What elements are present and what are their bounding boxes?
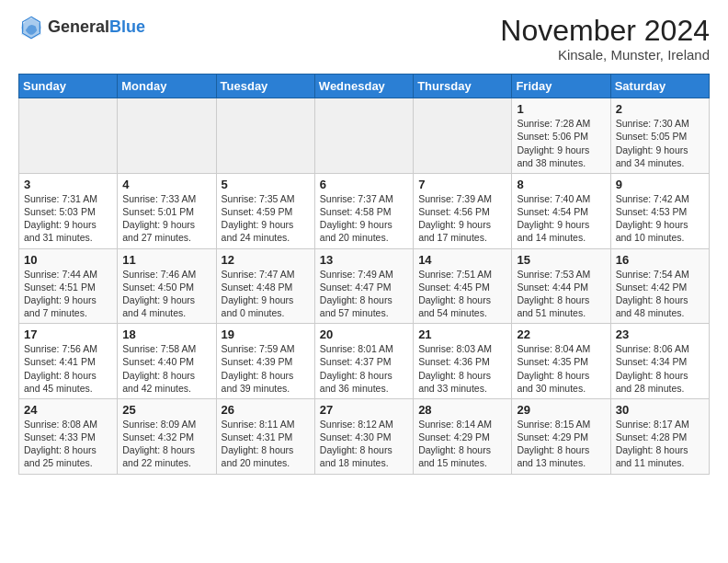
day-number: 29 — [517, 403, 605, 417]
day-info: Sunrise: 8:04 AMSunset: 4:35 PMDaylight:… — [517, 342, 605, 395]
day-number: 23 — [616, 327, 704, 341]
table-row: 1Sunrise: 7:28 AMSunset: 5:06 PMDaylight… — [512, 98, 610, 174]
day-number: 9 — [616, 178, 704, 191]
table-row: 23Sunrise: 8:06 AMSunset: 4:34 PMDayligh… — [610, 324, 709, 399]
col-saturday: Saturday — [610, 75, 709, 98]
day-info: Sunrise: 7:47 AMSunset: 4:48 PMDaylight:… — [222, 268, 310, 320]
location-title: Kinsale, Munster, Ireland — [500, 47, 710, 63]
generalblue-icon — [18, 15, 44, 40]
table-row: 18Sunrise: 7:58 AMSunset: 4:40 PMDayligh… — [118, 324, 216, 399]
day-number: 2 — [616, 102, 704, 116]
day-info: Sunrise: 8:12 AMSunset: 4:30 PMDaylight:… — [320, 418, 408, 470]
table-row: 17Sunrise: 7:56 AMSunset: 4:41 PMDayligh… — [19, 324, 118, 399]
day-number: 30 — [616, 403, 704, 417]
table-row: 26Sunrise: 8:11 AMSunset: 4:31 PMDayligh… — [216, 398, 314, 474]
col-monday: Monday — [118, 75, 216, 98]
day-info: Sunrise: 7:46 AMSunset: 4:50 PMDaylight:… — [122, 268, 210, 320]
day-info: Sunrise: 8:11 AMSunset: 4:31 PMDaylight:… — [222, 418, 310, 470]
day-info: Sunrise: 8:03 AMSunset: 4:36 PMDaylight:… — [418, 342, 506, 395]
day-number: 10 — [24, 253, 112, 267]
calendar-week-row: 10Sunrise: 7:44 AMSunset: 4:51 PMDayligh… — [19, 248, 710, 324]
day-number: 11 — [122, 253, 210, 267]
table-row: 22Sunrise: 8:04 AMSunset: 4:35 PMDayligh… — [512, 324, 610, 399]
day-number: 26 — [222, 403, 310, 417]
day-info: Sunrise: 7:51 AMSunset: 4:45 PMDaylight:… — [418, 268, 506, 320]
day-number: 8 — [517, 178, 605, 191]
table-row — [118, 98, 216, 174]
day-number: 13 — [320, 253, 408, 267]
day-info: Sunrise: 7:42 AMSunset: 4:53 PMDaylight:… — [616, 192, 704, 245]
table-row: 3Sunrise: 7:31 AMSunset: 5:03 PMDaylight… — [19, 173, 118, 248]
day-info: Sunrise: 8:06 AMSunset: 4:34 PMDaylight:… — [616, 342, 704, 395]
day-number: 12 — [222, 253, 310, 267]
day-info: Sunrise: 7:44 AMSunset: 4:51 PMDaylight:… — [24, 268, 112, 320]
col-sunday: Sunday — [19, 75, 118, 98]
table-row: 20Sunrise: 8:01 AMSunset: 4:37 PMDayligh… — [314, 324, 413, 399]
day-number: 3 — [24, 178, 112, 191]
day-number: 18 — [122, 327, 210, 341]
day-info: Sunrise: 7:49 AMSunset: 4:47 PMDaylight:… — [320, 268, 408, 320]
calendar-week-row: 3Sunrise: 7:31 AMSunset: 5:03 PMDaylight… — [19, 173, 710, 248]
table-row: 8Sunrise: 7:40 AMSunset: 4:54 PMDaylight… — [512, 173, 610, 248]
col-friday: Friday — [512, 75, 610, 98]
day-info: Sunrise: 7:40 AMSunset: 4:54 PMDaylight:… — [517, 192, 605, 245]
day-number: 5 — [222, 178, 310, 191]
table-row: 16Sunrise: 7:54 AMSunset: 4:42 PMDayligh… — [610, 248, 709, 324]
day-number: 20 — [320, 327, 408, 341]
day-number: 21 — [418, 327, 506, 341]
day-info: Sunrise: 7:28 AMSunset: 5:06 PMDaylight:… — [517, 117, 605, 169]
day-info: Sunrise: 7:37 AMSunset: 4:58 PMDaylight:… — [320, 192, 408, 245]
day-info: Sunrise: 7:35 AMSunset: 4:59 PMDaylight:… — [222, 192, 310, 245]
day-number: 7 — [418, 178, 506, 191]
day-info: Sunrise: 7:39 AMSunset: 4:56 PMDaylight:… — [418, 192, 506, 245]
table-row — [414, 98, 512, 174]
day-number: 4 — [122, 178, 210, 191]
table-row: 2Sunrise: 7:30 AMSunset: 5:05 PMDaylight… — [610, 98, 709, 174]
day-info: Sunrise: 8:14 AMSunset: 4:29 PMDaylight:… — [418, 418, 506, 470]
day-info: Sunrise: 7:59 AMSunset: 4:39 PMDaylight:… — [222, 342, 310, 395]
day-info: Sunrise: 7:53 AMSunset: 4:44 PMDaylight:… — [517, 268, 605, 320]
day-info: Sunrise: 8:08 AMSunset: 4:33 PMDaylight:… — [24, 418, 112, 470]
day-number: 15 — [517, 253, 605, 267]
table-row: 14Sunrise: 7:51 AMSunset: 4:45 PMDayligh… — [414, 248, 512, 324]
day-info: Sunrise: 7:58 AMSunset: 4:40 PMDaylight:… — [122, 342, 210, 395]
day-number: 16 — [616, 253, 704, 267]
table-row: 9Sunrise: 7:42 AMSunset: 4:53 PMDaylight… — [610, 173, 709, 248]
col-tuesday: Tuesday — [216, 75, 314, 98]
calendar-week-row: 24Sunrise: 8:08 AMSunset: 4:33 PMDayligh… — [19, 398, 710, 474]
day-number: 1 — [517, 102, 605, 116]
day-info: Sunrise: 7:56 AMSunset: 4:41 PMDaylight:… — [24, 342, 112, 395]
day-number: 24 — [24, 403, 112, 417]
calendar-table: Sunday Monday Tuesday Wednesday Thursday… — [18, 74, 710, 474]
logo-general: General — [48, 17, 109, 36]
table-row: 28Sunrise: 8:14 AMSunset: 4:29 PMDayligh… — [414, 398, 512, 474]
day-info: Sunrise: 8:15 AMSunset: 4:29 PMDaylight:… — [517, 418, 605, 470]
day-number: 17 — [24, 327, 112, 341]
day-number: 19 — [222, 327, 310, 341]
day-number: 22 — [517, 327, 605, 341]
title-block: November 2024 Kinsale, Munster, Ireland — [500, 15, 710, 63]
table-row — [314, 98, 413, 174]
col-thursday: Thursday — [414, 75, 512, 98]
day-info: Sunrise: 8:17 AMSunset: 4:28 PMDaylight:… — [616, 418, 704, 470]
month-title: November 2024 — [500, 15, 710, 47]
table-row: 6Sunrise: 7:37 AMSunset: 4:58 PMDaylight… — [314, 173, 413, 248]
day-info: Sunrise: 7:54 AMSunset: 4:42 PMDaylight:… — [616, 268, 704, 320]
calendar-header-row: Sunday Monday Tuesday Wednesday Thursday… — [19, 75, 710, 98]
table-row: 12Sunrise: 7:47 AMSunset: 4:48 PMDayligh… — [216, 248, 314, 324]
day-number: 28 — [418, 403, 506, 417]
day-info: Sunrise: 7:33 AMSunset: 5:01 PMDaylight:… — [122, 192, 210, 245]
table-row: 24Sunrise: 8:08 AMSunset: 4:33 PMDayligh… — [19, 398, 118, 474]
table-row: 10Sunrise: 7:44 AMSunset: 4:51 PMDayligh… — [19, 248, 118, 324]
day-number: 14 — [418, 253, 506, 267]
table-row: 5Sunrise: 7:35 AMSunset: 4:59 PMDaylight… — [216, 173, 314, 248]
table-row — [216, 98, 314, 174]
table-row: 4Sunrise: 7:33 AMSunset: 5:01 PMDaylight… — [118, 173, 216, 248]
col-wednesday: Wednesday — [314, 75, 413, 98]
table-row: 27Sunrise: 8:12 AMSunset: 4:30 PMDayligh… — [314, 398, 413, 474]
day-info: Sunrise: 7:30 AMSunset: 5:05 PMDaylight:… — [616, 117, 704, 169]
header: GeneralBlue November 2024 Kinsale, Munst… — [18, 15, 710, 63]
day-number: 6 — [320, 178, 408, 191]
table-row: 25Sunrise: 8:09 AMSunset: 4:32 PMDayligh… — [118, 398, 216, 474]
calendar-week-row: 17Sunrise: 7:56 AMSunset: 4:41 PMDayligh… — [19, 324, 710, 399]
